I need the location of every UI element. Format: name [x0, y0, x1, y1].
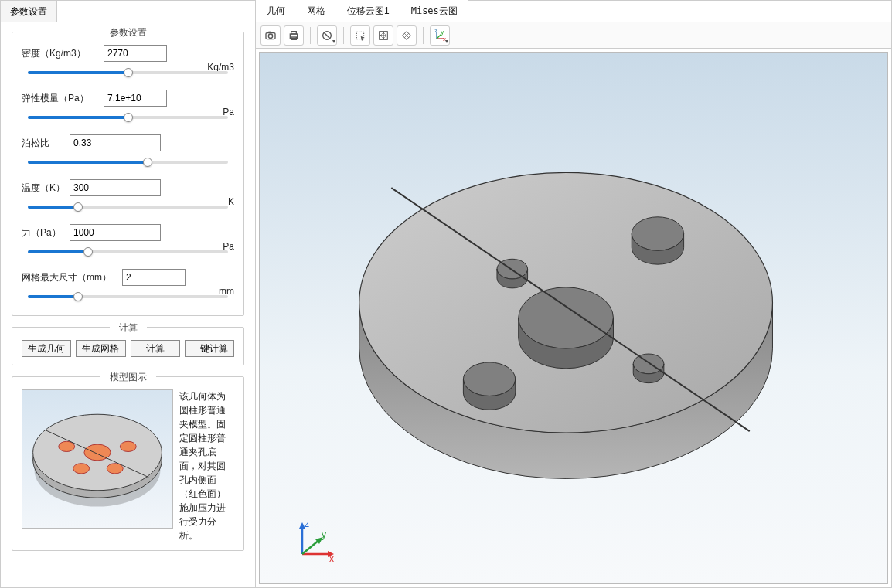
svg-line-21	[437, 34, 441, 38]
param-row-1: 弹性模量（Pa）Pa	[22, 90, 234, 107]
svg-point-6	[73, 464, 90, 474]
axis-triad: z x y	[291, 519, 337, 568]
param-input-3[interactable]	[70, 179, 161, 196]
svg-point-7	[107, 464, 123, 474]
param-slider-5[interactable]	[28, 291, 228, 303]
printer-icon[interactable]	[284, 25, 304, 46]
param-slider-4[interactable]	[28, 246, 228, 258]
svg-point-5	[120, 441, 136, 451]
camera-icon[interactable]	[260, 25, 281, 46]
svg-point-10	[268, 34, 272, 38]
svg-rect-13	[291, 31, 297, 33]
right-tab-0[interactable]: 几何	[256, 0, 296, 22]
model-description: 该几何体为圆柱形普通夹模型。固定圆柱形普通夹孔底面，对其圆孔内侧面（红色面）施加…	[179, 389, 234, 542]
param-label: 网格最大尺寸（mm）	[22, 271, 117, 284]
param-slider-3[interactable]	[28, 201, 228, 213]
param-input-2[interactable]	[70, 134, 161, 151]
left-panel: 参数设置 参数设置 密度（Kg/m3）Kg/m3弹性模量（Pa）Pa泊松比温度（…	[1, 1, 256, 587]
param-row-4: 力（Pa）Pa	[22, 224, 234, 241]
left-tab-params[interactable]: 参数设置	[1, 1, 57, 22]
fieldset-model: 模型图示	[12, 376, 244, 551]
rotate-icon[interactable]	[397, 25, 417, 46]
toolbar-separator	[423, 27, 424, 44]
3d-viewport[interactable]: z x y	[259, 52, 888, 584]
toolbar-separator	[310, 27, 311, 44]
param-row-0: 密度（Kg/m3）Kg/m3	[22, 45, 234, 62]
left-tabs: 参数设置	[1, 1, 255, 22]
right-tab-2[interactable]: 位移云图1	[336, 0, 400, 22]
viewport-toolbar: ▾ zxy▾	[256, 22, 891, 49]
param-label: 泊松比	[22, 137, 65, 150]
svg-text:y: y	[322, 529, 326, 540]
rect-select-icon[interactable]	[350, 25, 370, 46]
right-tab-3[interactable]: Mises云图	[400, 0, 468, 22]
svg-text:z: z	[305, 519, 309, 529]
fieldset-model-title: 模型图示	[100, 371, 156, 384]
svg-line-16	[324, 32, 330, 39]
right-panel: 几何网格位移云图1Mises云图 ▾ zxy▾	[256, 1, 891, 587]
svg-text:z: z	[434, 29, 437, 34]
param-row-2: 泊松比	[22, 134, 234, 151]
param-slider-1[interactable]	[28, 111, 228, 124]
param-unit: K	[228, 196, 234, 207]
fieldset-compute: 计算 生成几何生成网格计算一键计算	[12, 327, 244, 365]
model-thumbnail	[22, 389, 173, 529]
param-label: 力（Pa）	[22, 226, 65, 240]
param-input-5[interactable]	[122, 269, 186, 286]
compute-button-2[interactable]: 计算	[131, 340, 180, 357]
svg-point-4	[59, 441, 75, 451]
param-label: 温度（K）	[22, 182, 65, 195]
param-input-1[interactable]	[104, 90, 167, 107]
geometry-render	[260, 53, 887, 583]
svg-rect-17	[356, 32, 363, 39]
compute-button-0[interactable]: 生成几何	[22, 340, 71, 357]
param-slider-2[interactable]	[28, 156, 228, 168]
param-label: 弹性模量（Pa）	[22, 92, 99, 105]
right-tabs: 几何网格位移云图1Mises云图	[256, 1, 891, 22]
compute-button-1[interactable]: 生成网格	[76, 340, 125, 357]
svg-rect-11	[268, 31, 271, 32]
fit-icon[interactable]	[373, 25, 393, 46]
svg-text:x: x	[329, 553, 334, 564]
param-input-4[interactable]	[70, 224, 161, 241]
fieldset-compute-title: 计算	[110, 321, 147, 335]
fieldset-params-title: 参数设置	[100, 26, 156, 39]
param-row-3: 温度（K）K	[22, 179, 234, 196]
left-panel-body: 参数设置 密度（Kg/m3）Kg/m3弹性模量（Pa）Pa泊松比温度（K）K力（…	[1, 22, 255, 587]
param-row-5: 网格最大尺寸（mm）mm	[22, 269, 234, 286]
svg-text:y: y	[441, 29, 444, 36]
param-slider-0[interactable]	[28, 66, 228, 79]
right-tab-1[interactable]: 网格	[296, 0, 336, 22]
forbid-icon[interactable]: ▾	[317, 25, 337, 46]
fieldset-params: 参数设置 密度（Kg/m3）Kg/m3弹性模量（Pa）Pa泊松比温度（K）K力（…	[12, 32, 244, 316]
compute-button-3[interactable]: 一键计算	[185, 340, 234, 357]
axes-icon[interactable]: zxy▾	[430, 25, 450, 46]
param-input-0[interactable]	[104, 45, 167, 62]
toolbar-separator	[343, 27, 344, 44]
param-label: 密度（Kg/m3）	[22, 47, 99, 60]
